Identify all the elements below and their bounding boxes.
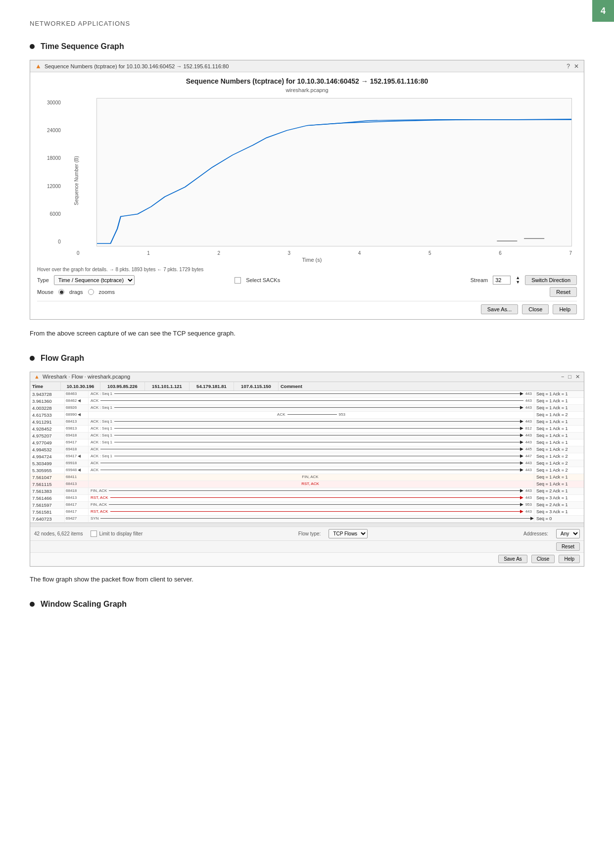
flow-scrollbar-h[interactable]	[30, 523, 584, 527]
close-icon[interactable]: ✕	[574, 63, 579, 70]
flow-header-addr5: 107.6.115.150	[234, 382, 279, 390]
flow-footer: 42 nodes, 6,622 items Limit to display f…	[30, 527, 584, 540]
flow-comment-9: Seq = 1 Ack = 2	[534, 446, 584, 453]
type-label: Type	[37, 277, 49, 283]
stream-arrows[interactable]: ▲▼	[516, 276, 520, 285]
hint-text: Hover over the graph for details. → 8 pk…	[37, 267, 577, 272]
sequence-graph-area[interactable]	[96, 98, 572, 246]
flow-time-9: 4.994532	[30, 446, 65, 453]
flow-close-icon[interactable]: ✕	[575, 374, 580, 380]
flow-comment-6: Seq = 1 Ack = 1	[534, 426, 584, 432]
seq-paragraph: From the above screen capture of we can …	[30, 329, 584, 339]
flow-comment-4: Seq = 1 Ack = 2	[534, 412, 584, 418]
zooms-radio[interactable]	[88, 289, 94, 295]
flow-port-2: 68462 ◀	[65, 398, 89, 404]
save-as-button[interactable]: Save As...	[481, 304, 519, 314]
sequence-window-title: Sequence Numbers (tcptrace) for 10.10.30…	[45, 63, 229, 69]
y-label-6000: 6000	[50, 211, 61, 217]
flow-port-6: 69813	[65, 426, 89, 432]
flow-row-1: 3.943728 68463 ACK : Seq 1 ▶ 443 Seq = 1…	[30, 391, 584, 398]
select-sacks-checkbox[interactable]	[235, 277, 241, 284]
stream-label: Stream	[471, 277, 488, 283]
page-number: 4	[592, 0, 614, 22]
flow-row-8: 4.977049 69417 ACK : Seq 1 ▶ 443 Seq = 1…	[30, 439, 584, 446]
flow-time-1: 3.943728	[30, 391, 65, 397]
flow-port-18: 68417	[65, 509, 89, 515]
flow-reset-row: Reset	[30, 540, 584, 552]
drags-label: drags	[69, 289, 83, 295]
wireshark-icon: ▲	[35, 62, 42, 70]
flow-comment-11: Seq = 1 Ack = 2	[534, 460, 584, 467]
flow-help-button[interactable]: Help	[559, 555, 580, 563]
flow-arrow-6: ACK : Seq 1 ▶ 812	[89, 426, 534, 432]
x-axis-labels: 0 1 2 3 4 5 6 7	[77, 250, 572, 256]
flow-time-3: 4.003228	[30, 405, 65, 411]
limit-label: Limit to display filter	[99, 531, 142, 536]
flow-arrow-18: RST, ACK ▶ 443	[89, 509, 534, 515]
flow-comment-15: Seq = 2 Ack = 1	[534, 488, 584, 494]
limit-filter-row: Limit to display filter	[91, 530, 142, 537]
flow-window-title: Wireshark · Flow · wireshark.pcapng	[43, 374, 130, 380]
flow-comment-10: Seq = 1 Ack = 2	[534, 453, 584, 460]
flow-time-15: 7.561383	[30, 488, 65, 494]
flow-arrow-14: RST, ACK	[89, 481, 534, 487]
flow-wireshark-icon: ▲	[34, 374, 40, 380]
flow-comment-12: Seq = 1 Ack = 2	[534, 467, 584, 474]
flow-row-7: 4.975207 69418 ACK : Seq 1 ▶ 443 Seq = 1…	[30, 433, 584, 439]
flow-close-button[interactable]: Close	[531, 555, 555, 563]
flow-row-5: 4.911291 68413 ACK : Seq 1 ▶ 443 Seq = 1…	[30, 419, 584, 426]
window-scaling-title: Window Scaling Graph	[41, 600, 127, 609]
flow-comment-16: Seq = 3 Ack = 1	[534, 495, 584, 501]
flow-comment-17: Seq = 2 Ack = 1	[534, 502, 584, 508]
flow-time-8: 4.977049	[30, 439, 65, 446]
flow-row-17: 7.561597 68417 FIN, ACK ▶ 953 Seq = 2 Ac…	[30, 502, 584, 509]
flow-time-7: 4.975207	[30, 433, 65, 439]
flow-time-13: 7.561047	[30, 474, 65, 481]
graph-wrapper: Sequence Number (B) 0 6000 12000 18000 2…	[47, 98, 577, 263]
mouse-label: Mouse	[37, 289, 53, 295]
flow-row-10: 4.994724 69417 ◀ ACK : Seq 1 ▶ 447 Seq =…	[30, 453, 584, 460]
flow-maximize-icon[interactable]: □	[568, 374, 571, 380]
flow-type-select[interactable]: TCP Flows	[329, 529, 368, 538]
y-label-18000: 18000	[47, 155, 61, 161]
sequence-graph-window: ▲ Sequence Numbers (tcptrace) for 10.10.…	[30, 60, 584, 320]
controls-row-2: Mouse drags zooms Reset	[37, 287, 577, 297]
flow-arrow-13: FIN, ACK	[89, 474, 534, 481]
type-select[interactable]: Time / Sequence (tcptrace)	[54, 275, 135, 285]
addresses-select[interactable]: Any	[556, 529, 580, 538]
limit-display-filter-checkbox[interactable]	[91, 530, 97, 537]
y-label-30000: 30000	[47, 100, 61, 105]
close-button[interactable]: Close	[522, 304, 549, 314]
section-title: NETWORKED APPLICATIONS	[30, 20, 584, 27]
sequence-graph-content: Sequence Numbers (tcptrace) for 10.10.30…	[30, 72, 584, 319]
switch-direction-button[interactable]: Switch Direction	[525, 275, 577, 285]
help-icon[interactable]: ?	[567, 63, 570, 70]
flow-comment-5: Seq = 1 Ack = 1	[534, 419, 584, 425]
flow-row-11: 5.303499 69918 ACK ▶ 443 Seq = 1 Ack = 2	[30, 460, 584, 467]
stream-spinbox[interactable]	[493, 276, 511, 285]
flow-arrow-7: ACK : Seq 1 ▶ 443	[89, 433, 534, 439]
help-button[interactable]: Help	[553, 304, 577, 314]
flow-port-17: 68417	[65, 502, 89, 508]
flow-arrow-16: RST, ACK ▶ 443	[89, 495, 534, 501]
flow-port-19: 69427	[65, 516, 89, 522]
drags-radio[interactable]	[58, 289, 64, 295]
flow-reset-button[interactable]: Reset	[556, 542, 580, 551]
flow-save-as-button[interactable]: Save As	[498, 555, 527, 563]
reset-button[interactable]: Reset	[550, 287, 577, 297]
time-sequence-heading: Time Sequence Graph	[30, 42, 584, 51]
y-label-12000: 12000	[47, 184, 61, 189]
x-label-2: 2	[217, 250, 220, 256]
graph-subtitle: wireshark.pcapng	[37, 87, 577, 93]
flow-graph-heading: Flow Graph	[30, 354, 584, 363]
x-label-5: 5	[428, 250, 431, 256]
flow-arrow-17: FIN, ACK ▶ 953	[89, 502, 534, 508]
flow-titlebar-title: ▲ Wireshark · Flow · wireshark.pcapng	[34, 374, 130, 380]
select-sacks-label: Select SACKs	[246, 277, 280, 283]
time-sequence-title: Time Sequence Graph	[41, 42, 124, 51]
flow-port-12: 69948 ◀	[65, 467, 89, 474]
flow-minimize-icon[interactable]: −	[561, 374, 564, 380]
flow-row-16: 7.561466 68413 RST, ACK ▶ 443 Seq = 3 Ac…	[30, 495, 584, 502]
zooms-label: zooms	[99, 289, 115, 295]
flow-arrow-11: ACK ▶ 443	[89, 460, 534, 467]
